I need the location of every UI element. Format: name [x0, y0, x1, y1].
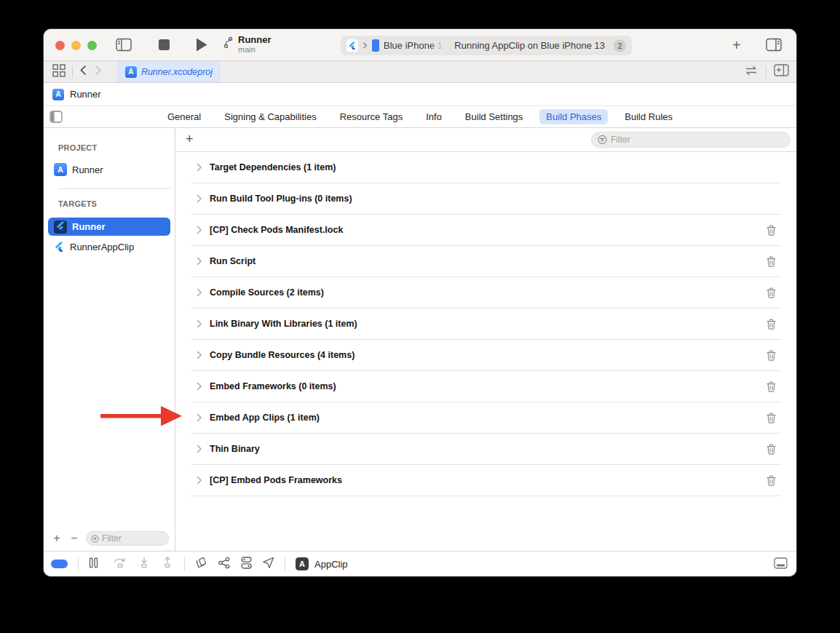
disclosure-chevron-icon[interactable]: [197, 288, 202, 297]
build-phase-row[interactable]: Run Script: [191, 246, 781, 277]
editor-tab-bar: A Runner.xcodeproj: [44, 61, 796, 83]
build-phase-row[interactable]: Embed Frameworks (0 items): [191, 371, 781, 402]
delete-phase-icon[interactable]: [766, 287, 776, 301]
add-target-button[interactable]: +: [51, 533, 63, 544]
flutter-target-icon: [54, 242, 65, 252]
project-icon: A: [52, 89, 64, 100]
branch-name: main: [238, 45, 272, 55]
build-phase-row[interactable]: [CP] Check Pods Manifest.lock: [191, 215, 781, 246]
build-phase-label: Run Script: [210, 256, 255, 266]
breakpoints-toggle[interactable]: [51, 560, 68, 568]
pause-execution-icon[interactable]: [89, 557, 98, 571]
build-phase-label: Thin Binary: [210, 444, 260, 454]
go-forward-icon[interactable]: [94, 65, 102, 79]
flutter-scheme-icon: [346, 39, 358, 52]
phases-filter-field[interactable]: [591, 132, 791, 148]
running-process-icon[interactable]: A: [296, 557, 309, 570]
environment-overrides-icon[interactable]: [241, 557, 252, 572]
disclosure-chevron-icon[interactable]: [197, 351, 202, 359]
step-out-icon[interactable]: [161, 557, 174, 571]
build-phase-label: [CP] Embed Pods Frameworks: [210, 475, 342, 485]
delete-phase-icon[interactable]: [766, 475, 776, 489]
view-hierarchy-icon[interactable]: [195, 557, 207, 572]
xcodeproj-file-icon: A: [125, 66, 137, 78]
stop-button[interactable]: [159, 39, 170, 50]
section-tab[interactable]: Build Phases: [539, 109, 608, 124]
disclosure-chevron-icon[interactable]: [197, 194, 202, 203]
run-button[interactable]: [195, 37, 208, 55]
disclosure-chevron-icon[interactable]: [197, 319, 202, 328]
build-phase-row[interactable]: Copy Bundle Resources (4 items): [191, 340, 781, 371]
delete-phase-icon[interactable]: [766, 319, 776, 333]
remove-target-button[interactable]: −: [68, 533, 80, 544]
build-phase-row[interactable]: Thin Binary: [191, 434, 781, 465]
sidebar-item-project-runner[interactable]: A Runner: [44, 161, 175, 178]
disclosure-chevron-icon[interactable]: [197, 257, 202, 266]
build-phase-label: Compile Sources (2 items): [210, 287, 324, 298]
targets-filter-field[interactable]: [86, 531, 169, 546]
build-phase-row[interactable]: Target Dependencies (1 item): [191, 152, 781, 183]
delete-phase-icon[interactable]: [766, 350, 776, 364]
section-tab[interactable]: General: [161, 109, 207, 124]
disclosure-chevron-icon[interactable]: [197, 382, 202, 391]
disclosure-chevron-icon[interactable]: [197, 163, 202, 172]
add-build-phase-button[interactable]: +: [186, 132, 194, 146]
delete-phase-icon[interactable]: [766, 225, 776, 239]
disclosure-chevron-icon[interactable]: [197, 413, 202, 422]
tab-runner-xcodeproj[interactable]: A Runner.xcodeproj: [118, 61, 220, 82]
step-into-icon[interactable]: [138, 557, 151, 571]
build-phase-row[interactable]: Link Binary With Libraries (1 item): [191, 308, 781, 340]
section-tab[interactable]: Signing & Capabilities: [218, 109, 322, 124]
scheme-selector[interactable]: Blue iPhone 13 Running AppClip on Blue i…: [341, 36, 632, 55]
activity-status: Running AppClip on Blue iPhone 13: [454, 40, 605, 51]
memory-graph-icon[interactable]: [218, 557, 231, 572]
target-label: Runner: [72, 221, 106, 232]
section-tab[interactable]: Info: [419, 109, 448, 124]
delete-phase-icon[interactable]: [766, 256, 776, 270]
sidebar-target-row[interactable]: Runner: [48, 218, 170, 236]
run-destination[interactable]: Blue iPhone 13: [384, 40, 444, 51]
related-items-icon[interactable]: [52, 64, 66, 80]
zoom-window-button[interactable]: [87, 41, 97, 50]
disclosure-chevron-icon[interactable]: [197, 445, 202, 453]
go-back-icon[interactable]: [79, 65, 87, 79]
toggle-navigator-icon[interactable]: [116, 38, 132, 52]
build-phase-row[interactable]: [CP] Embed Pods Frameworks: [191, 465, 781, 496]
build-phase-label: [CP] Check Pods Manifest.lock: [210, 225, 343, 235]
minimize-window-button[interactable]: [71, 41, 81, 50]
disclosure-chevron-icon[interactable]: [197, 476, 202, 485]
build-phase-row[interactable]: Run Build Tool Plug-ins (0 items): [191, 183, 781, 215]
iphone-device-icon: [372, 39, 379, 52]
phases-filter-input[interactable]: [611, 135, 784, 145]
build-phase-row[interactable]: Embed App Clips (1 item): [191, 402, 781, 434]
issue-count-badge[interactable]: 2: [614, 39, 626, 52]
branch-icon: [223, 36, 234, 52]
breadcrumb[interactable]: Runner: [70, 89, 101, 100]
close-window-button[interactable]: [55, 41, 65, 50]
targets-filter-input[interactable]: [102, 533, 164, 544]
library-add-button[interactable]: +: [732, 38, 741, 52]
disclosure-chevron-icon[interactable]: [197, 226, 202, 234]
section-tab[interactable]: Build Settings: [459, 109, 530, 124]
tab-title: Runner.xcodeproj: [141, 67, 213, 77]
step-over-icon[interactable]: [113, 557, 127, 571]
running-process-label[interactable]: AppClip: [314, 559, 348, 570]
toggle-targets-pane-icon[interactable]: [49, 111, 63, 126]
delete-phase-icon[interactable]: [766, 413, 776, 426]
sidebar-target-row[interactable]: RunnerAppClip: [48, 238, 170, 256]
sidebar-footer: + −: [44, 529, 175, 551]
filter-icon: [598, 135, 607, 145]
build-phase-label: Link Binary With Libraries (1 item): [210, 319, 357, 329]
delete-phase-icon[interactable]: [766, 444, 776, 458]
build-phase-row[interactable]: Compile Sources (2 items): [191, 277, 781, 308]
toggle-debug-area-icon[interactable]: [774, 557, 788, 572]
add-editor-icon[interactable]: [774, 64, 789, 79]
delete-phase-icon[interactable]: [766, 381, 776, 395]
section-tab[interactable]: Resource Tags: [333, 109, 409, 124]
toggle-inspector-icon[interactable]: [766, 38, 782, 52]
section-tab[interactable]: Build Rules: [618, 109, 679, 124]
code-review-icon[interactable]: [744, 65, 758, 79]
targets-sidebar: PROJECT A Runner TARGETS Runner: [44, 128, 175, 551]
simulate-location-icon[interactable]: [262, 557, 274, 572]
filter-icon: [91, 534, 99, 544]
